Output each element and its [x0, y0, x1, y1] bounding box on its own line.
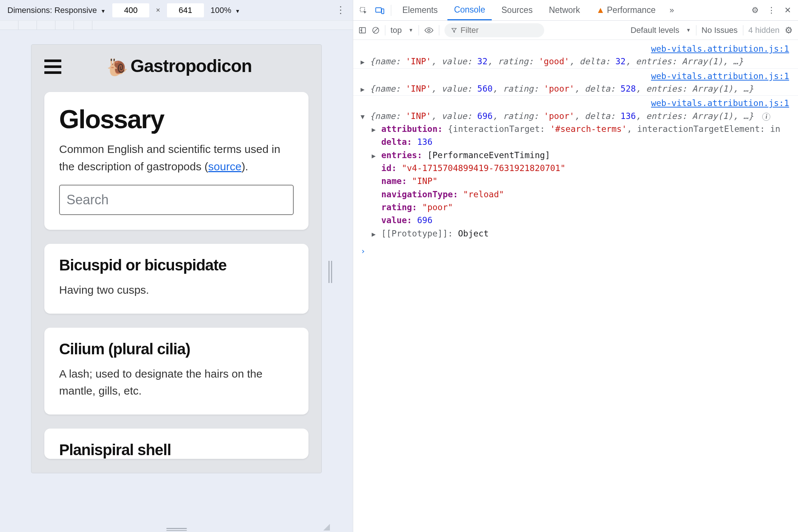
object-property-row[interactable]: ▶ [[Prototype]]: Object	[353, 227, 798, 240]
term-title: Planispiral shell	[59, 441, 294, 459]
console-settings-icon[interactable]: ⚙	[785, 25, 793, 35]
viewport-height-input[interactable]	[167, 3, 204, 17]
object-property-row[interactable]: name: "INP"	[353, 175, 798, 188]
term-definition: A lash; used to designate the hairs on t…	[59, 365, 294, 400]
hidden-messages-count[interactable]: 4 hidden	[748, 25, 780, 35]
svg-point-7	[427, 29, 430, 31]
device-toolbar-more-icon[interactable]: ⋮	[336, 4, 345, 16]
console-body: web-vitals.attribution.js:1 ▶ {name: 'IN…	[353, 40, 798, 532]
console-filter-input[interactable]	[461, 25, 538, 35]
inspect-icon[interactable]	[357, 5, 370, 15]
tabs-overflow-icon[interactable]: »	[665, 6, 678, 15]
devtools-close-icon[interactable]: ✕	[781, 6, 794, 15]
log-source-link[interactable]: web-vitals.attribution.js:1	[353, 68, 798, 82]
term-card: Planispiral shell	[44, 429, 308, 459]
term-card: Cilium (plural cilia) A lash; used to de…	[44, 328, 308, 415]
glossary-description: Common English and scientific terms used…	[59, 141, 294, 175]
tab-sources[interactable]: Sources	[495, 0, 539, 20]
object-property-row[interactable]: id: "v4-1715704899419-7631921820701"	[353, 162, 798, 175]
console-toolbar: top ▼ Default levels ▼ No Issues 4 hidde…	[353, 21, 798, 40]
term-title: Bicuspid or bicuspidate	[59, 256, 294, 274]
log-source-link[interactable]: web-vitals.attribution.js:1	[353, 95, 798, 109]
object-property-row[interactable]: delta: 136	[353, 136, 798, 149]
expand-icon[interactable]: ▶	[372, 151, 376, 161]
object-property-row[interactable]: rating: "poor"	[353, 201, 798, 214]
glossary-source-link[interactable]: source	[208, 160, 242, 173]
tab-elements[interactable]: Elements	[396, 0, 444, 20]
dimension-separator: ×	[156, 6, 160, 14]
console-log-row[interactable]: ▼ {name: 'INP', value: 696, rating: 'poo…	[353, 110, 798, 123]
expand-icon[interactable]: ▶	[372, 125, 376, 134]
clear-console-icon[interactable]	[372, 26, 380, 34]
devtools-pane: Elements Console Sources Network ▲Perfor…	[353, 0, 798, 532]
console-log-row[interactable]: ▶ {name: 'INP', value: 32, rating: 'good…	[353, 55, 798, 68]
info-badge-icon[interactable]: i	[762, 113, 770, 121]
tab-console[interactable]: Console	[447, 0, 492, 20]
search-input[interactable]	[59, 185, 294, 215]
console-log-row[interactable]: ▶ {name: 'INP', value: 560, rating: 'poo…	[353, 82, 798, 95]
log-levels-dropdown[interactable]: Default levels ▼	[631, 25, 691, 35]
svg-rect-2	[382, 9, 384, 14]
dimensions-label[interactable]: Dimensions: Responsive ▼	[7, 6, 106, 15]
console-prompt[interactable]: ›	[353, 240, 798, 257]
snail-icon: 🐌	[107, 58, 127, 77]
console-filter[interactable]	[444, 23, 544, 37]
tab-performance[interactable]: ▲Performance	[590, 0, 662, 20]
glossary-heading: Glossary	[59, 105, 294, 134]
devtools-settings-icon[interactable]: ⚙	[748, 6, 762, 15]
expand-icon[interactable]: ▶	[372, 229, 376, 239]
term-title: Cilium (plural cilia)	[59, 340, 294, 358]
live-expression-icon[interactable]	[424, 27, 434, 34]
object-property-row[interactable]: ▶ attribution: {interactionTarget: '#sea…	[353, 123, 798, 136]
console-context-dropdown[interactable]: top ▼	[391, 25, 413, 35]
expand-icon[interactable]: ▶	[361, 57, 365, 67]
resize-handle-right[interactable]	[328, 261, 332, 283]
svg-marker-8	[452, 28, 456, 32]
device-toggle-icon[interactable]	[373, 5, 386, 15]
device-preview-pane: Dimensions: Responsive ▼ × 100% ▼ ⋮ 🐌Gas…	[0, 0, 353, 532]
app-title: 🐌Gastropodicon	[107, 56, 252, 76]
horizontal-ruler	[0, 21, 353, 30]
zoom-dropdown[interactable]: 100% ▼	[211, 6, 240, 15]
devtools-tabbar: Elements Console Sources Network ▲Perfor…	[353, 0, 798, 21]
svg-rect-3	[359, 27, 366, 33]
resize-handle-corner[interactable]	[323, 524, 330, 531]
device-toolbar: Dimensions: Responsive ▼ × 100% ▼ ⋮	[0, 0, 353, 21]
viewport-width-input[interactable]	[112, 3, 149, 17]
glossary-card: Glossary Common English and scientific t…	[44, 92, 308, 230]
preview-stage: 🐌Gastropodicon Glossary Common English a…	[0, 30, 353, 532]
expand-icon[interactable]: ▶	[361, 85, 365, 94]
console-sidebar-toggle-icon[interactable]	[358, 26, 366, 34]
tab-network[interactable]: Network	[542, 0, 587, 20]
log-source-link[interactable]: web-vitals.attribution.js:1	[353, 42, 798, 55]
resize-handle-bottom[interactable]	[166, 528, 187, 531]
devtools-more-icon[interactable]: ⋮	[765, 6, 778, 15]
term-definition: Having two cusps.	[59, 282, 294, 299]
device-frame: 🐌Gastropodicon Glossary Common English a…	[31, 45, 321, 473]
object-property-row[interactable]: value: 696	[353, 214, 798, 227]
object-property-row[interactable]: ▶ entries: [PerformanceEventTiming]	[353, 149, 798, 162]
svg-rect-1	[376, 8, 381, 12]
issues-button[interactable]: No Issues	[702, 25, 738, 35]
term-card: Bicuspid or bicuspidate Having two cusps…	[44, 244, 308, 314]
collapse-icon[interactable]: ▼	[361, 112, 365, 122]
app-header: 🐌Gastropodicon	[44, 56, 308, 77]
svg-line-6	[374, 28, 378, 32]
object-property-row[interactable]: navigationType: "reload"	[353, 188, 798, 201]
